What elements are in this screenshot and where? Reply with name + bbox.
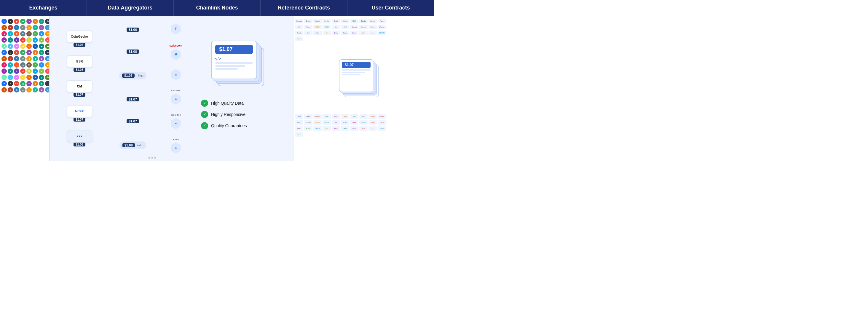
user-logo-chip-15: iExec	[341, 120, 349, 125]
exchange-logo-34: ⊛	[14, 43, 19, 49]
exchange-logo-92: ▲	[26, 87, 32, 92]
header-user: User Contracts	[347, 0, 434, 16]
user-logo-chip-19: CarLR	[378, 120, 386, 125]
u-card-front: $1.07	[339, 59, 373, 92]
exchange-logo-67: ↺	[20, 68, 26, 74]
logo-row-3: Curv2	[295, 131, 433, 137]
node-price-4: $1.07	[127, 119, 139, 123]
user-logo-chip-24: 1inch	[332, 31, 340, 35]
exchange-logo-16: ⊕	[1, 31, 7, 36]
user-logo-chip-10: WOO	[295, 120, 303, 125]
user-logo-chip-18: Aave2	[369, 120, 377, 125]
user-logo-chip-10: bZx	[295, 25, 303, 29]
user-logo-chip-0: Cover	[295, 114, 303, 119]
quality-item-1: ✓ High Quality Data	[201, 100, 287, 107]
exchange-logo-22: ◉	[39, 31, 44, 36]
dot-3	[154, 157, 156, 159]
kaiko-name-label: Kaiko	[173, 138, 179, 141]
ref-inner: $1.07 </> ✓ High Quality Data	[201, 48, 287, 129]
user-logo-chip-17: Compou	[359, 25, 368, 29]
user-logo-chip-21: Krome	[304, 126, 312, 131]
quality-item-2: ✓ Highly Responsive	[201, 111, 287, 118]
user-col-full: CompouCreamLoopriSyntheTrubitSolendNDEXT…	[295, 18, 433, 159]
user-logo-chip-16: Uniswa	[350, 25, 359, 29]
exchange-logo-17: ◎	[8, 31, 13, 36]
user-logo-chip-19: Wrappe	[378, 25, 386, 29]
exchange-logo-11: C	[20, 25, 26, 30]
node-providers: T swisscom 🔷 ◈	[157, 16, 195, 161]
exchange-logo-49: ⬡	[8, 56, 13, 61]
exchange-logo-13: H	[33, 25, 38, 30]
exchange-logo-51: Ⓒ	[20, 56, 26, 61]
dot-1	[149, 157, 150, 159]
kaiko-label: Kaiko	[137, 144, 144, 147]
exchange-grid: XK▣☷SG↺Ⓑ↗MRC⬡HB⚡⊕◎Ⓔ⧉ZLA◉W◈⊙J⬡↻⌘◆▲✦◐⊛❋⊞✿⬢…	[1, 19, 48, 92]
exchange-logo-6: ↺	[39, 19, 44, 24]
node-row-1: $1.06	[127, 28, 139, 32]
exchange-logo-27: ⬡	[20, 37, 26, 43]
user-logo-chip-24: Float	[332, 126, 340, 131]
tmobile-hex: T	[170, 23, 181, 34]
user-logo-chip-2: Loopri	[313, 19, 322, 23]
agg-logo-box-3: NCFX	[67, 105, 92, 117]
user-logos-top: CompouCreamLoopriSyntheTrubitSolendNDEXT…	[295, 18, 433, 63]
check-icon-1: ✓	[201, 100, 208, 107]
kaiko-cluster: $1.08 Kaiko	[120, 142, 146, 149]
user-logo-chip-11: BYTom	[304, 120, 312, 125]
user-logo-chip-3: Float	[322, 114, 331, 119]
exchange-logo-65: S	[8, 68, 13, 74]
content-area: XK▣☷SG↺Ⓑ↗MRC⬡HB⚡⊕◎Ⓔ⧉ZLA◉W◈⊙J⬡↻⌘◆▲✦◐⊛❋⊞✿⬢…	[0, 16, 434, 161]
user-logo-chip-5: Ohmni	[341, 114, 349, 119]
exchange-logo-69: ↗	[33, 68, 38, 74]
exchange-logo-93: ✦	[33, 87, 38, 92]
ref-code-icon: </>	[215, 56, 253, 61]
user-logo-chip-23: Tron	[322, 126, 331, 131]
provider-stakefish: stake.fish ◈	[158, 114, 193, 129]
exchange-logo-45: ◍	[33, 50, 38, 55]
exchange-logo-91: ◆	[20, 87, 26, 92]
exchange-logo-0: X	[1, 19, 7, 24]
user-logos-bottom: CoverAlphaBONDFloatDeFiOhmniemitFLUXBarn…	[295, 114, 433, 159]
exchange-logo-20: Z	[26, 31, 32, 36]
exchange-logo-54: ◉	[39, 56, 44, 61]
main-container: Exchanges Data Aggregators Chainlink Nod…	[0, 0, 434, 161]
exchange-logo-42: ↯	[14, 50, 19, 55]
exchange-logo-70: M	[39, 68, 44, 74]
exchange-logo-53: ⬢	[33, 56, 38, 61]
exchange-logo-47: ⊕	[45, 50, 50, 55]
user-logo-chip-15: uQR	[341, 25, 349, 29]
user-logo-chip-9: PUNDI	[378, 114, 386, 119]
user-logo-chip-18: Nerve	[369, 25, 377, 29]
provider-linkpool: LinkPool ◈	[158, 89, 193, 105]
user-logo-chip-30: Nexus	[295, 36, 303, 41]
linkpool-label: LinkPool	[172, 89, 181, 92]
user-logo-chip-8: Solana	[369, 19, 377, 23]
exchange-logo-43: ⊠	[20, 50, 26, 55]
user-logo-chip-27: emit	[359, 126, 368, 131]
linkpool-icon: ◈	[175, 97, 177, 100]
exchange-logo-32: ✦	[1, 43, 7, 49]
exchange-logo-48: B	[1, 56, 7, 61]
user-logo-chip-11: Totem	[304, 25, 312, 29]
user-logo-chip-26: Curve	[350, 31, 359, 35]
stakefish-hex: ◈	[170, 118, 181, 129]
exchange-logo-41: ⬡	[8, 50, 13, 55]
exchange-logo-46: ⌬	[39, 50, 44, 55]
header-reference: Reference Contracts	[260, 0, 347, 16]
user-logo-chip-22: Kyber	[313, 31, 322, 35]
exchange-logo-73: ⬡	[8, 75, 13, 80]
provider-tmobile: T	[158, 23, 193, 35]
user-logo-chip-21: Ren	[304, 31, 312, 35]
ref-line-1	[215, 62, 253, 64]
logo-row: CompouCreamLoopriSyntheTrubitSolendNDEXT…	[295, 18, 433, 24]
tiingo-price: $1.07	[122, 73, 134, 78]
aggregator-item-2: CМ$1.07	[67, 80, 92, 97]
exchange-logo-29: ⌘	[33, 37, 38, 43]
ref-line-3	[215, 68, 238, 70]
user-logo-chip-9: Aave	[378, 19, 386, 23]
exchange-logo-33: ◐	[8, 43, 13, 49]
user-logo-chip-4: DeFi	[332, 114, 340, 119]
user-logo-chip-12: NikeN	[313, 120, 322, 125]
node-row-3: $1.07	[127, 97, 139, 101]
nodes-column: $1.06 $1.08 $1.07 Tiingo $1.07 $1.07	[109, 16, 195, 161]
